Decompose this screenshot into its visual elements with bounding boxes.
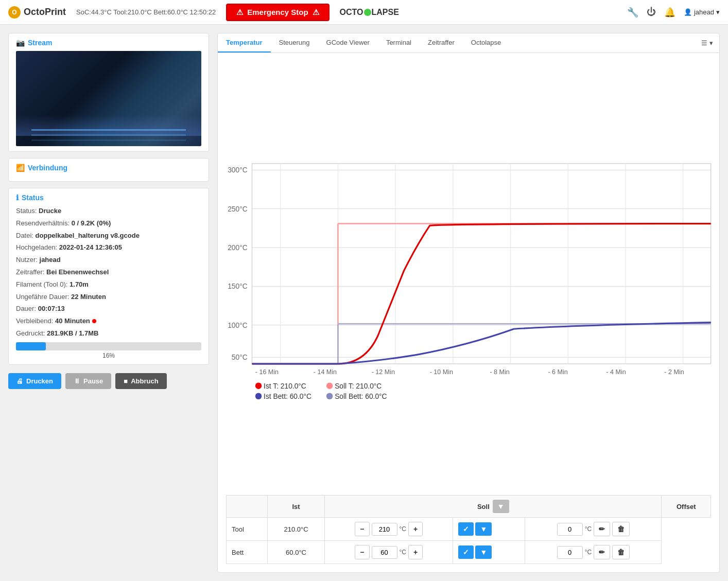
abort-label: Abbruch <box>131 377 158 385</box>
temp-decrease-button[interactable]: − <box>355 522 369 536</box>
temperature-chart: 300°C 250°C 200°C 150°C 100°C 50°C - 16 … <box>218 53 719 490</box>
temp-confirm-controls: ✓ ▼ <box>453 541 525 564</box>
pause-label: Pause <box>83 377 103 385</box>
status-value: jahead <box>40 256 61 263</box>
status-label: Ungefähre Dauer: <box>16 293 69 301</box>
tab-steuerung[interactable]: Steuerung <box>271 33 318 52</box>
emergency-stop-label: Emergency Stop <box>247 8 308 16</box>
tab-octolapse[interactable]: Octolapse <box>463 33 510 52</box>
status-row: Zeitraffer: Bei Ebenenwechsel <box>16 267 201 278</box>
username: jahead <box>694 8 714 16</box>
connection-card: 📶 Verbindung <box>8 158 209 182</box>
offset-unit: °C <box>585 549 592 556</box>
temp-confirm-dropdown[interactable]: ▼ <box>475 522 492 536</box>
chevron-down-icon: ▾ <box>716 8 720 16</box>
print-label: Drucken <box>26 377 53 385</box>
info-icon: ℹ <box>16 193 19 202</box>
svg-text:Ist T: 210.0°C: Ist T: 210.0°C <box>264 382 306 390</box>
offset-delete-button[interactable]: 🗑 <box>612 522 630 536</box>
status-label: Zeitraffer: <box>16 268 44 276</box>
temp-increase-button[interactable]: + <box>408 545 423 559</box>
abort-button[interactable]: ■ Abbruch <box>115 373 166 389</box>
status-rows: Status: DruckeResendverhältnis: 0 / 9.2K… <box>16 206 201 339</box>
pause-icon: ⏸ <box>74 377 80 385</box>
temp-unit: °C <box>400 525 406 533</box>
offset-delete-button[interactable]: 🗑 <box>612 545 630 559</box>
temp-increase-button[interactable]: + <box>408 522 423 536</box>
stream-card: 📷 Stream <box>8 33 209 152</box>
temp-confirm-button[interactable]: ✓ <box>458 545 474 559</box>
th-empty <box>227 496 268 518</box>
temp-soll-controls: − °C + <box>325 518 453 541</box>
camera-icon: 📷 <box>16 39 25 47</box>
svg-text:300°C: 300°C <box>228 166 248 174</box>
temp-table: Ist Soll ▼ Offset Tool 210.0°C − <box>226 495 711 564</box>
svg-text:100°C: 100°C <box>228 322 248 329</box>
status-value: doppelkabel_halterung v8.gcode <box>36 232 140 239</box>
status-card: ℹ Status Status: DruckeResendverhältnis:… <box>8 188 209 365</box>
warning-icon-right: ⚠ <box>313 8 319 17</box>
svg-text:250°C: 250°C <box>228 205 248 213</box>
status-value: 0 / 9.2K (0%) <box>72 219 111 227</box>
progress-bar-wrap <box>16 342 201 350</box>
tab-zeitraffer[interactable]: Zeitraffer <box>420 33 463 52</box>
temp-offset-input[interactable] <box>557 523 583 536</box>
status-row: Nutzer: jahead <box>16 255 201 266</box>
temp-confirm-dropdown[interactable]: ▼ <box>475 545 492 559</box>
status-value: Bei Ebenenwechsel <box>46 268 109 276</box>
wrench-icon[interactable]: 🔧 <box>627 7 638 18</box>
stop-icon: ■ <box>124 377 128 385</box>
status-row: Filament (Tool 0): 1.70m <box>16 279 201 290</box>
svg-text:- 2 Min: - 2 Min <box>664 368 684 376</box>
svg-point-35 <box>255 382 262 389</box>
temp-table-body: Tool 210.0°C − °C + ✓ ▼ °C ✏ 🗑 Bet <box>227 518 711 564</box>
offset-unit: °C <box>585 525 592 533</box>
status-row: Datei: doppelkabel_halterung v8.gcode <box>16 231 201 241</box>
status-label: Datei: <box>16 232 33 239</box>
status-row: Verbleibend: 40 Minuten <box>16 316 201 327</box>
status-value: Drucke <box>39 207 61 215</box>
power-icon[interactable]: ⏻ <box>647 7 656 17</box>
bell-icon[interactable]: 🔔 <box>664 7 675 18</box>
print-button[interactable]: 🖨 Drucken <box>8 373 61 389</box>
progress-bar-fill <box>16 342 46 350</box>
temp-decrease-button[interactable]: − <box>355 545 369 559</box>
tab-terminal[interactable]: Terminal <box>378 33 420 52</box>
offset-edit-button[interactable]: ✏ <box>594 522 610 536</box>
emergency-stop-button[interactable]: ⚠ Emergency Stop ⚠ <box>226 4 329 21</box>
soll-dropdown-button[interactable]: ▼ <box>493 500 509 513</box>
chart-svg: 300°C 250°C 200°C 150°C 100°C 50°C - 16 … <box>223 58 714 490</box>
status-label: Filament (Tool 0): <box>16 280 67 288</box>
temp-offset-input[interactable] <box>557 546 583 559</box>
status-row: Resendverhältnis: 0 / 9.2K (0%) <box>16 218 201 229</box>
top-navigation: O OctoPrint SoC:44.3°C Tool:210.0°C Bett… <box>0 0 728 25</box>
main-layout: 📷 Stream 📶 Verbindung ℹ Status Status: D… <box>0 25 728 581</box>
status-title: ℹ Status <box>16 193 201 202</box>
system-status: SoC:44.3°C Tool:210.0°C Bett:60.0°C 12:5… <box>76 8 216 16</box>
temperature-controls: Ist Soll ▼ Offset Tool 210.0°C − <box>218 490 719 572</box>
tab-more-button[interactable]: ☰ ▾ <box>695 34 719 52</box>
temp-soll-input[interactable] <box>372 523 397 536</box>
stream-title: 📷 Stream <box>16 39 201 47</box>
temp-confirm-button[interactable]: ✓ <box>458 522 474 536</box>
user-menu[interactable]: 👤 jahead ▾ <box>684 8 720 16</box>
warning-icon: ⚠ <box>236 8 243 17</box>
tab-temperatur[interactable]: Temperatur <box>218 33 271 52</box>
svg-text:Ist Bett: 60.0°C: Ist Bett: 60.0°C <box>264 393 311 400</box>
svg-text:50°C: 50°C <box>232 354 248 361</box>
tab-gcode[interactable]: GCode Viewer <box>318 33 378 52</box>
svg-text:- 8 Min: - 8 Min <box>490 368 509 376</box>
temp-soll-input[interactable] <box>372 546 397 559</box>
svg-rect-12 <box>252 164 710 364</box>
octolapse-brand: OCTOLAPSE <box>340 8 399 17</box>
status-label: Gedruckt: <box>16 329 45 337</box>
temp-row: Tool 210.0°C − °C + ✓ ▼ °C ✏ 🗑 <box>227 518 711 541</box>
status-row: Status: Drucke <box>16 206 201 217</box>
pause-button[interactable]: ⏸ Pause <box>65 373 111 389</box>
svg-text:200°C: 200°C <box>228 244 248 252</box>
status-value: 2022-01-24 12:36:05 <box>59 243 122 251</box>
tab-bar: Temperatur Steuerung GCode Viewer Termin… <box>218 33 719 53</box>
temp-soll-controls: − °C + <box>325 541 453 564</box>
offset-edit-button[interactable]: ✏ <box>594 545 610 559</box>
temp-row: Bett 60.0°C − °C + ✓ ▼ °C ✏ 🗑 <box>227 541 711 564</box>
